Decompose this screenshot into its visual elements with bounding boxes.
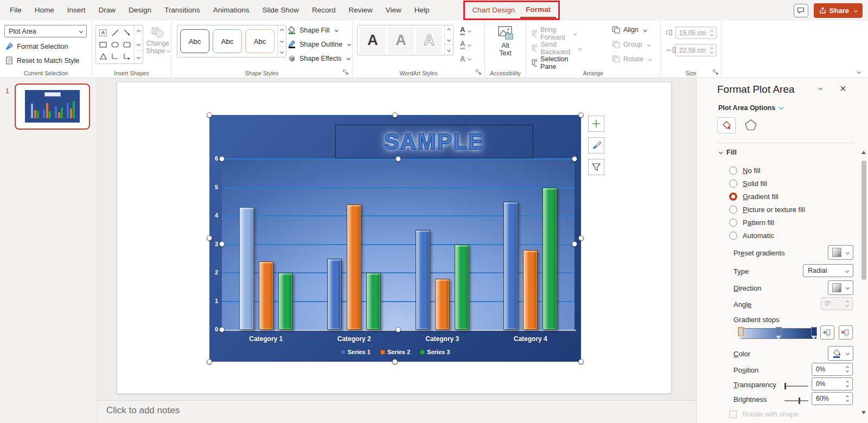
share-button[interactable]: Share — [814, 3, 863, 18]
gallery-more-button[interactable] — [278, 46, 286, 57]
fill-option-solid-fill[interactable]: Solid fill — [729, 178, 767, 189]
gallery-scroll-down[interactable] — [445, 35, 453, 45]
transparency-slider[interactable] — [784, 386, 808, 387]
add-gradient-stop-button[interactable] — [820, 325, 834, 339]
chart-title-box[interactable]: SAMPLE — [335, 125, 533, 158]
shape-height-input[interactable]: 15.05 cm — [675, 27, 717, 39]
bar-series-1-cat3[interactable] — [416, 230, 430, 330]
selection-handle[interactable] — [207, 359, 212, 364]
menu-tab-home[interactable]: Home — [28, 0, 61, 21]
menu-tab-file[interactable]: File — [3, 0, 28, 21]
menu-tab-transitions[interactable]: Transitions — [158, 0, 207, 21]
menu-tab-view[interactable]: View — [379, 0, 408, 21]
format-selection-button[interactable]: Format Selection — [5, 42, 68, 50]
rotate-with-shape-checkbox[interactable]: Rotate with shape — [729, 410, 799, 418]
arrow-shape-icon[interactable] — [124, 29, 131, 36]
bar-series-2-cat1[interactable] — [259, 261, 273, 330]
wordart-style-swatch[interactable]: A — [360, 27, 386, 53]
brightness-slider[interactable] — [784, 400, 808, 401]
scrollbar-thumb[interactable] — [861, 161, 866, 280]
color-dropdown[interactable] — [828, 346, 853, 361]
gallery-scroll-up[interactable] — [445, 25, 453, 35]
preset-gradients-dropdown[interactable] — [828, 245, 853, 260]
bar-series-2-cat2[interactable] — [347, 204, 361, 330]
text-effects-button[interactable]: A — [460, 53, 471, 64]
menu-tab-review[interactable]: Review — [342, 0, 379, 21]
arrange-align-button[interactable]: Align — [612, 26, 647, 34]
position-input[interactable]: 0% — [812, 363, 853, 376]
menu-tab-format[interactable]: Format — [520, 2, 556, 18]
fill-option-pattern-fill[interactable]: Pattern fill — [729, 217, 774, 228]
pane-close-icon[interactable]: × — [840, 82, 846, 95]
gallery-scroll-up[interactable] — [278, 25, 286, 36]
menu-tab-design[interactable]: Design — [122, 0, 158, 21]
bar-series-3-cat3[interactable] — [455, 245, 469, 330]
plot-area-options[interactable]: Plot Area Options — [718, 104, 783, 112]
selection-handle[interactable] — [578, 359, 584, 364]
gallery-scroll-down[interactable] — [135, 38, 143, 50]
tab-effects[interactable] — [743, 117, 758, 132]
chart-filters-button[interactable] — [588, 159, 604, 175]
fill-option-no-fill[interactable]: No fill — [729, 165, 761, 176]
selection-handle[interactable] — [395, 156, 401, 162]
pane-collapse-icon[interactable] — [819, 86, 822, 90]
brightness-input[interactable]: 60% — [812, 392, 853, 405]
reset-to-match-style-button[interactable]: Reset to Match Style — [5, 56, 79, 65]
selection-handle[interactable] — [578, 112, 584, 118]
text-outline-button[interactable]: A — [460, 39, 471, 50]
oval-shape-icon[interactable] — [111, 42, 119, 48]
rectangle-shape-icon[interactable] — [99, 42, 107, 48]
dialog-launcher-icon[interactable] — [712, 69, 719, 75]
text-box-icon[interactable]: A — [99, 29, 107, 36]
shape-style-swatch[interactable]: Abc — [213, 29, 242, 53]
selection-handle[interactable] — [207, 235, 212, 241]
shape-width-input[interactable]: 22.58 cm — [675, 44, 717, 56]
direction-dropdown[interactable] — [828, 280, 853, 295]
scrollbar-down-icon[interactable] — [861, 411, 866, 414]
slider-handle[interactable] — [799, 398, 800, 404]
bar-series-2-cat4[interactable] — [523, 250, 538, 330]
bar-series-2-cat3[interactable] — [435, 279, 450, 330]
transparency-input[interactable]: 0% — [812, 377, 853, 390]
text-fill-button[interactable]: A — [460, 25, 471, 36]
bar-series-1-cat2[interactable] — [327, 259, 342, 330]
selection-handle[interactable] — [395, 327, 401, 332]
fill-section-header[interactable]: Fill — [719, 148, 737, 156]
menu-tab-help[interactable]: Help — [408, 0, 436, 21]
selection-handle[interactable] — [392, 359, 398, 364]
comments-button[interactable] — [794, 4, 808, 17]
bar-series-1-cat1[interactable] — [239, 207, 254, 330]
bar-series-1-cat4[interactable] — [503, 202, 518, 330]
tab-fill-and-line[interactable] — [717, 117, 736, 133]
selection-handle[interactable] — [219, 327, 225, 332]
selection-handle[interactable] — [392, 112, 398, 118]
chart-object[interactable]: SAMPLE 0123456Category 1Category 2Catego… — [209, 115, 581, 362]
gradient-stop-handle[interactable] — [811, 327, 817, 339]
gallery-scroll-down[interactable] — [278, 36, 286, 46]
menu-tab-draw[interactable]: Draw — [92, 0, 123, 21]
notes-pane[interactable]: Click to add notes — [98, 400, 696, 423]
menu-tab-record[interactable]: Record — [305, 0, 342, 21]
rounded-rectangle-shape-icon[interactable] — [123, 42, 131, 48]
shape-outline-button[interactable]: Shape Outline — [288, 40, 350, 48]
line-shape-icon[interactable] — [112, 29, 119, 36]
slide[interactable]: SAMPLE 0123456Category 1Category 2Catego… — [117, 82, 672, 394]
elbow-arrow-connector-icon[interactable] — [124, 53, 131, 60]
triangle-shape-icon[interactable] — [100, 53, 107, 60]
shape-effects-button[interactable]: Shape Effects — [288, 54, 350, 62]
selection-handle[interactable] — [578, 235, 584, 241]
selection-handle[interactable] — [572, 156, 577, 162]
type-dropdown[interactable]: Radial — [803, 264, 853, 277]
shape-style-swatch[interactable]: Abc — [245, 29, 275, 53]
menu-tab-insert[interactable]: Insert — [61, 0, 92, 21]
shape-fill-button[interactable]: Shape Fill — [288, 26, 338, 34]
menu-tab-slide-show[interactable]: Slide Show — [256, 0, 305, 21]
gradient-stop-handle[interactable] — [738, 327, 744, 339]
bar-series-3-cat1[interactable] — [278, 273, 293, 330]
scrollbar-up-icon[interactable] — [861, 151, 866, 154]
selection-handle[interactable] — [219, 241, 225, 247]
gradient-stops-bar[interactable] — [740, 328, 816, 339]
alt-text-button[interactable]: Alt Text — [485, 26, 526, 57]
elbow-connector-icon[interactable] — [112, 53, 119, 60]
chart-legend[interactable]: Series 1Series 2Series 3 — [209, 349, 581, 355]
